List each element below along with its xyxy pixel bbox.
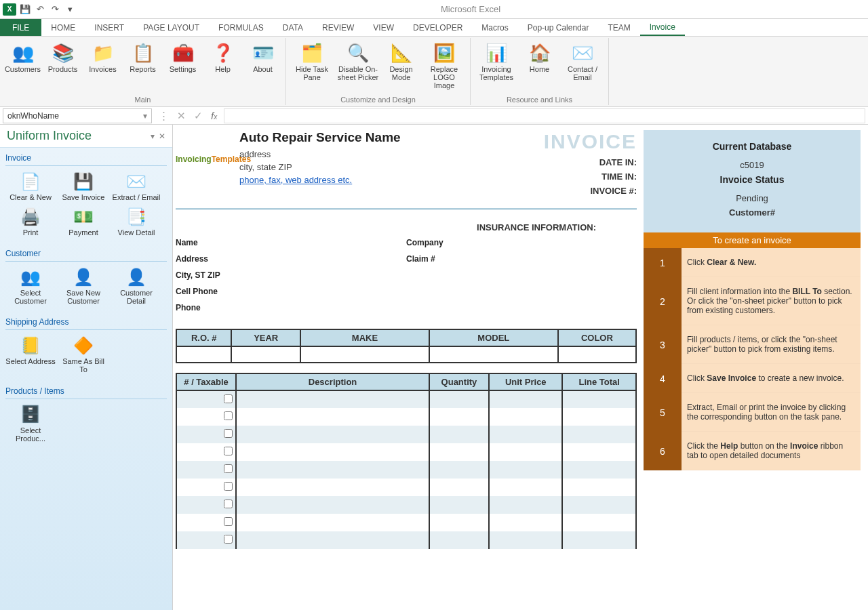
taskpane-title: Uniform Invoice <box>7 129 92 143</box>
vehicle-row[interactable] <box>176 346 636 363</box>
ribbon-customers-button[interactable]: 👥Customers <box>4 39 41 94</box>
business-contact-link[interactable]: phone, fax, web address etc. <box>239 175 401 185</box>
ribbon-tabs: FILE HOME INSERT PAGE LAYOUT FORMULAS DA… <box>0 19 868 37</box>
tp-payment-button[interactable]: 💵Payment <box>58 205 108 238</box>
help-step-text: Click the Help button on the Invoice rib… <box>682 432 861 470</box>
ribbon-invoicing-templates-button[interactable]: 📊Invoicing Templates <box>475 39 518 94</box>
ribbon-hide-taskpane-button[interactable]: 🗂️Hide Task Pane <box>290 39 334 94</box>
help-step-number: 6 <box>644 432 682 470</box>
invoice-no-label: INVOICE #: <box>544 186 637 196</box>
tp-save-invoice-button[interactable]: 💾Save Invoice <box>58 170 108 203</box>
help-step: 4Click Save Invoice to create a new invo… <box>644 364 861 393</box>
ribbon-replace-logo-button[interactable]: 🖼️Replace LOGO Image <box>422 39 466 94</box>
tab-developer[interactable]: DEVELOPER <box>403 19 472 36</box>
tab-formulas[interactable]: FORMULAS <box>209 19 273 36</box>
ribbon-reports-button[interactable]: 📋Reports <box>124 39 161 94</box>
bill-name-label: Name <box>176 238 406 247</box>
ribbon-design-mode-button[interactable]: 📐Design Mode <box>382 39 420 94</box>
tab-invoice[interactable]: Invoice <box>640 19 685 36</box>
taxable-checkbox[interactable] <box>224 535 233 544</box>
cancel-icon[interactable]: ✕ <box>177 110 186 122</box>
item-row[interactable] <box>176 479 636 496</box>
tp-customer-detail-button[interactable]: 👤Customer Detail <box>111 266 161 306</box>
tp-extract-email-button[interactable]: ✉️Extract / Email <box>111 170 161 203</box>
fx-icon[interactable]: fx <box>211 110 217 121</box>
item-row[interactable] <box>176 461 636 479</box>
tp-same-as-bill-button[interactable]: 🔶Same As Bill To <box>58 334 108 375</box>
ribbon-products-button[interactable]: 📚Products <box>44 39 81 94</box>
ribbon-help-button[interactable]: ❓Help <box>204 39 241 94</box>
worksheet[interactable]: InvoicingTemplates Auto Repair Service N… <box>173 125 868 610</box>
taxable-checkbox[interactable] <box>224 517 233 526</box>
tab-review[interactable]: REVIEW <box>313 19 363 36</box>
item-row[interactable] <box>176 443 636 461</box>
taxable-checkbox[interactable] <box>224 500 233 508</box>
item-row[interactable] <box>176 531 636 549</box>
redo-icon[interactable]: ↷ <box>49 3 61 16</box>
tp-select-address-button[interactable]: 📒Select Address <box>5 334 56 375</box>
name-box[interactable]: oknWhoName ▾ <box>3 108 152 123</box>
invoice-title: INVOICE <box>544 130 637 153</box>
customer-label: Customer# <box>650 207 854 218</box>
tab-view[interactable]: VIEW <box>363 19 403 36</box>
ribbon-contact-button[interactable]: ✉️Contact / Email <box>561 39 604 94</box>
taxable-checkbox[interactable] <box>224 447 233 455</box>
tab-data[interactable]: DATA <box>273 19 313 36</box>
save-icon[interactable]: 💾 <box>19 3 31 16</box>
create-invoice-title: To create an invoice <box>644 232 861 248</box>
taskpane-menu-icon[interactable]: ▾ <box>151 131 155 141</box>
tab-macros[interactable]: Macros <box>472 19 517 36</box>
item-row[interactable] <box>176 514 636 531</box>
formula-input[interactable] <box>224 108 865 123</box>
item-row[interactable] <box>176 496 636 514</box>
ribbon-group-customize: 🗂️Hide Task Pane 🔍Disable On-sheet Picke… <box>286 38 471 105</box>
chevron-down-icon[interactable]: ▾ <box>143 111 147 121</box>
products-list-icon: 🗄️ <box>19 405 42 425</box>
ribbon-settings-button[interactable]: 🧰Settings <box>164 39 201 94</box>
ribbon-invoices-button[interactable]: 📁Invoices <box>84 39 121 94</box>
formula-bar: oknWhoName ▾ ⋮ ✕ ✓ fx <box>0 107 868 125</box>
help-step: 3Fill products / items, or click the "on… <box>644 325 861 364</box>
new-customer-icon: 👤 <box>72 267 95 287</box>
taxable-checkbox[interactable] <box>224 464 233 473</box>
tp-clear-new-button[interactable]: 📄Clear & New <box>5 170 56 203</box>
item-th-description: Description <box>236 373 429 390</box>
tp-print-button[interactable]: 🖨️Print <box>5 205 56 238</box>
tp-select-customer-button[interactable]: 👥Select Customer <box>5 266 56 306</box>
qat-dropdown-icon[interactable]: ▾ <box>64 3 76 16</box>
design-icon: 📐 <box>391 42 412 64</box>
image-icon: 🖼️ <box>433 42 455 64</box>
business-address[interactable]: address <box>239 149 401 159</box>
close-icon[interactable]: ✕ <box>159 131 165 141</box>
tab-home[interactable]: HOME <box>41 19 85 36</box>
tab-file[interactable]: FILE <box>0 19 41 36</box>
taxable-checkbox[interactable] <box>224 429 233 438</box>
ribbon-home-button[interactable]: 🏠Home <box>521 39 558 94</box>
ribbon-disable-picker-button[interactable]: 🔍Disable On-sheet Picker <box>336 39 380 94</box>
same-as-icon: 🔶 <box>72 336 95 356</box>
tp-save-new-customer-button[interactable]: 👤Save New Customer <box>58 266 108 306</box>
tab-popup-calendar[interactable]: Pop-up Calendar <box>518 19 599 36</box>
enter-icon[interactable]: ✓ <box>194 110 203 122</box>
business-name[interactable]: Auto Repair Service Name <box>239 130 401 145</box>
tp-view-detail-button[interactable]: 📑View Detail <box>111 205 161 238</box>
item-row[interactable] <box>176 426 636 443</box>
ribbon-about-button[interactable]: 🪪About <box>244 39 281 94</box>
more-icon[interactable]: ⋮ <box>159 110 169 122</box>
app-title: Microsoft Excel <box>76 4 865 14</box>
tp-select-products-button[interactable]: 🗄️Select Produc... <box>5 403 56 444</box>
taxable-checkbox[interactable] <box>224 482 233 491</box>
ribbon-group-resource-label: Resource and Links <box>475 94 604 105</box>
tab-team[interactable]: TEAM <box>598 19 639 36</box>
detail-icon: 📑 <box>125 207 148 227</box>
tab-insert[interactable]: INSERT <box>85 19 134 36</box>
tab-page-layout[interactable]: PAGE LAYOUT <box>134 19 209 36</box>
undo-icon[interactable]: ↶ <box>34 3 46 16</box>
taxable-checkbox[interactable] <box>224 394 233 403</box>
time-in-label: TIME IN: <box>544 171 637 182</box>
item-row[interactable] <box>176 408 636 426</box>
business-city[interactable]: city, state ZIP <box>239 162 401 172</box>
taxable-checkbox[interactable] <box>224 411 233 420</box>
logo-icon: InvoicingTemplates <box>176 149 233 169</box>
item-row[interactable] <box>176 390 636 408</box>
